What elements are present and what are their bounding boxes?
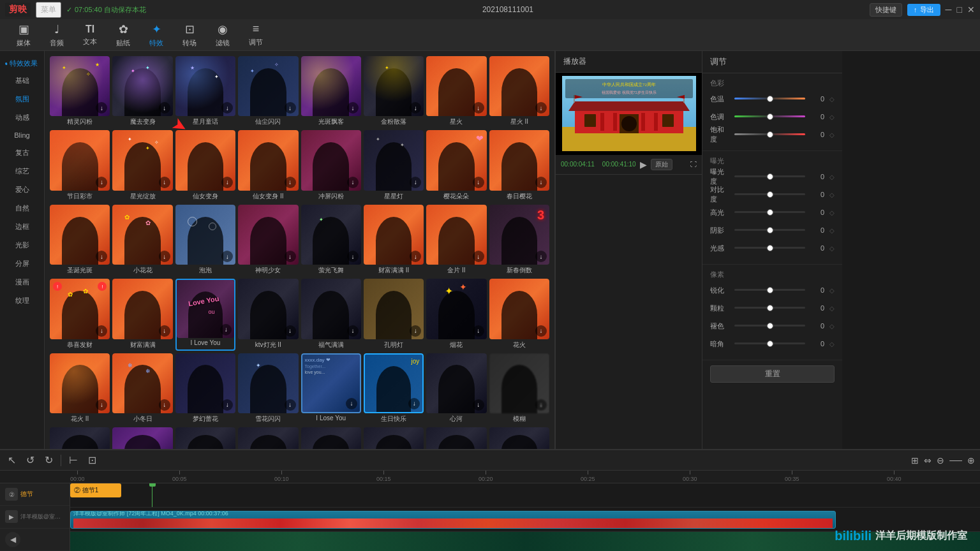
sidebar-cat-nature[interactable]: 自然 [3,200,41,217]
tool-sticker[interactable]: ✿ 贴纸 [107,20,139,50]
list-item[interactable]: ✦ ✧ ↓ 仙尘闪闪 [238,56,298,128]
list-item[interactable]: ↓ 星火 II [489,56,549,128]
menu-button[interactable]: 菜单 [36,2,61,18]
color-temp-reset[interactable]: ◇ [829,96,835,103]
download-icon[interactable]: ↓ [410,177,421,188]
list-item[interactable]: ↓ 神明少女 [238,205,298,276]
download-icon[interactable]: ↓ [285,251,296,262]
list-item[interactable]: ↓ 节日彩市 [50,130,110,202]
highlight-reset[interactable]: ◇ [829,209,835,216]
contrast-reset[interactable]: ◇ [829,191,835,198]
download-icon[interactable]: ↓ [96,251,107,262]
list-item[interactable] [301,427,361,449]
sharpen-slider[interactable] [734,289,805,291]
download-icon[interactable]: ↓ [96,325,107,337]
list-item[interactable]: ✦ ↓ 金粉散落 [364,56,424,128]
playhead[interactable] [152,483,152,507]
list-item[interactable]: ✦ ✦ ↓ 烟花 [426,279,486,350]
list-item[interactable]: ↓ 金片 II [426,205,486,276]
reset-button[interactable]: 重置 [710,365,835,383]
redo-button[interactable]: ↻ [42,453,56,467]
tool-effects[interactable]: ✦ 特效 [140,20,172,50]
chapter-clip[interactable]: ② 德节1 [70,483,121,497]
list-item[interactable]: ↓ 梦幻蕾花 [175,353,235,425]
exposure-slider[interactable] [734,175,805,178]
download-icon[interactable]: ↓ [410,251,421,262]
color-temp-slider[interactable] [734,98,805,100]
list-item[interactable]: ↓ 财富满满 [112,279,172,350]
tool-filter[interactable]: ◉ 滤镜 [207,20,239,50]
list-item[interactable]: ❤ ↓ 樱花朵朵 [426,130,486,202]
list-item[interactable]: Love You ou ↓ I Love You [175,279,235,350]
exposure-reset[interactable]: ◇ [829,173,835,180]
tool-audio[interactable]: ♩ 音频 [41,20,73,50]
sidebar-cat-split[interactable]: 分屏 [3,255,41,272]
download-icon[interactable]: ↓ [347,177,359,188]
list-item[interactable]: ↓ 仙女变身 II [238,130,298,202]
undo-button[interactable]: ↺ [24,453,37,467]
color-tint-slider[interactable] [734,115,805,118]
download-icon[interactable]: ↓ [159,251,170,262]
color-tint-reset[interactable]: ◇ [829,114,835,121]
list-item[interactable]: ↓ 泡泡 [175,205,235,276]
list-item[interactable]: ↓ 福气满满 [301,279,361,350]
list-item[interactable]: ↓ 圣诞光斑 [50,205,110,276]
minimize-button[interactable]: ─ [946,4,952,15]
shadow-slider[interactable] [734,229,805,231]
download-icon[interactable]: ↓ [535,177,547,188]
list-item[interactable]: ↓ 光斑飘客 [301,56,361,128]
highlight-slider[interactable] [734,211,805,214]
download-icon[interactable]: ↓ [408,398,420,409]
download-icon[interactable]: ↓ [535,102,547,114]
tint-slider[interactable] [734,325,805,327]
download-icon[interactable]: ↓ [220,324,232,335]
download-icon[interactable]: ↓ [285,177,296,188]
list-item[interactable]: ★ ✦ ↓ 星月童话 [175,56,235,128]
video-clip[interactable]: 洋羊模版@室制作师 [72周年工程] MO4_0K.mp4 00:00:37:0… [70,511,836,529]
sidebar-cat-light[interactable]: 光影 [3,237,41,254]
download-icon[interactable]: ↓ [347,325,359,337]
download-icon[interactable]: ↓ [473,102,484,114]
list-item[interactable]: ✦ ✦ ↓ 魔去变身 [112,56,172,128]
shadow-reset[interactable]: ◇ [829,227,835,234]
download-icon[interactable]: ↓ [473,251,484,262]
noise-reset[interactable]: ◇ [829,305,835,312]
list-item[interactable]: ✿ ✿ ↓ 小花花 [112,205,172,276]
noise-slider[interactable] [734,307,805,309]
list-item[interactable]: ✦ ↓ 雪花闪闪 [238,353,298,425]
select-tool[interactable]: ↖ [5,453,19,467]
list-item[interactable] [426,427,486,449]
sidebar-cat-manga[interactable]: 漫画 [3,274,41,291]
list-item[interactable]: ↓ 财富满满 II [364,205,424,276]
zoom-in-icon[interactable]: ⊕ [967,455,975,466]
download-icon[interactable]: ↓ [347,251,359,262]
list-item[interactable]: xxxx.day ❤ Together... love you... ↓ I L… [301,353,361,425]
list-item[interactable]: ! ! ✿ ✿ ↓ 恭喜发财 [50,279,110,350]
list-item[interactable]: ↓ 花火 II [50,353,110,425]
list-item[interactable]: ✦ ✦ ✧ ↓ 星光绽放 [112,130,172,202]
vignette-reset[interactable]: ◇ [829,341,835,348]
tool-adjust[interactable]: ≡ 调节 [240,20,272,50]
delete-button[interactable]: ⊡ [85,453,99,467]
vignette-slider[interactable] [734,342,805,345]
sidebar-cat-retro[interactable]: 复古 [3,144,41,161]
list-item[interactable]: ❄ ❄ ↓ 小冬日 [112,353,172,425]
saturation-slider[interactable] [734,133,805,136]
download-icon[interactable]: ↓ [535,399,547,411]
list-item[interactable] [489,427,549,449]
download-icon[interactable]: ↓ [285,325,296,337]
play-button[interactable]: ▶ [640,159,647,170]
list-item[interactable]: joy ↓ 生日快乐 [364,353,424,425]
list-item[interactable] [175,427,235,449]
list-item[interactable]: ↓ 星火 [426,56,486,128]
sidebar-cat-variety[interactable]: 综艺 [3,163,41,180]
tint-reset[interactable]: ◇ [829,323,835,330]
sharpen-reset[interactable]: ◇ [829,287,835,294]
original-button[interactable]: 原始 [651,159,672,170]
list-item[interactable]: ↓ 花火 [489,279,549,350]
saturation-reset[interactable]: ◇ [829,131,835,138]
tool-text[interactable]: TI 文本 [74,21,106,49]
list-item[interactable]: ↓ 仙女变身 [175,130,235,202]
download-icon[interactable]: ↓ [535,251,547,262]
sidebar-cat-basic[interactable]: 基础 [3,72,41,89]
